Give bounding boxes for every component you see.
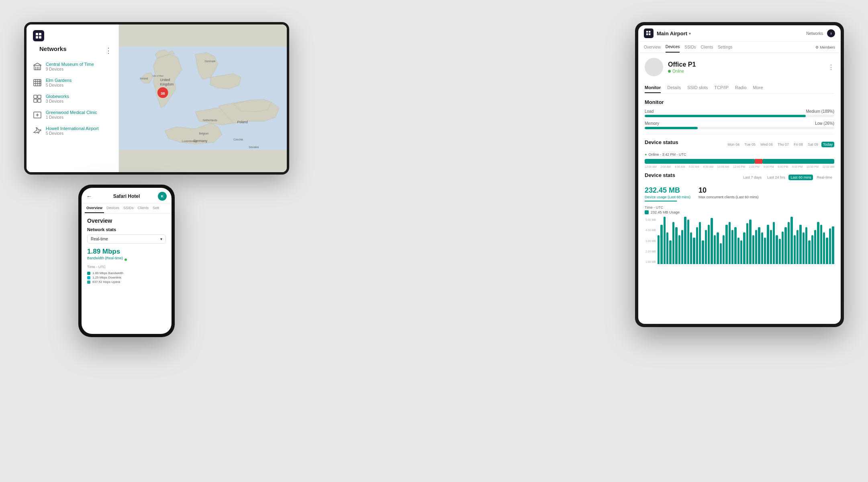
network-item-4[interactable]: Howell International Airport 5 Devices: [27, 123, 118, 139]
stat-usage-label: Device usage (Last 60 mins): [645, 195, 690, 199]
svg-rect-14: [34, 95, 37, 98]
ds-day-1[interactable]: Tue 05: [743, 142, 757, 147]
networks-title: Networks: [33, 45, 73, 55]
phone-tab-settings[interactable]: Sett: [151, 203, 161, 213]
legend-item-0: 1.89 Mbps Bandwidth: [87, 271, 166, 275]
app-logo: [33, 30, 44, 41]
network-item-0[interactable]: Central Museum of Time 9 Devices: [27, 59, 118, 75]
phone-tab-overview[interactable]: Overview: [85, 203, 104, 213]
monitor-memory-row: Memory Low (26%): [645, 121, 834, 129]
svg-text:Ireland: Ireland: [140, 77, 148, 80]
ds-day-0[interactable]: Mon 04: [726, 142, 741, 147]
svg-rect-16: [34, 99, 37, 102]
networks-link[interactable]: Networks: [806, 31, 823, 36]
network-devices-0: 9 Devices: [46, 67, 112, 71]
time-label-5: 10:00 AM: [717, 165, 729, 168]
phone-tab-devices[interactable]: Devices: [105, 203, 121, 213]
sidebar-header: [27, 24, 118, 45]
y-label-2: 3.00 MB: [645, 240, 658, 242]
sidebar-panel: Networks ⋮ Central Museum of Time 9 D: [27, 24, 119, 172]
ds-title: Device status: [645, 139, 678, 145]
time-label-4: 8:00 AM: [703, 165, 713, 168]
rt-nav: Overview Devices SSIDs Clients Settings …: [638, 42, 841, 53]
ds-day-5[interactable]: Sat 09: [806, 142, 820, 147]
rt-title-dropdown-icon[interactable]: ▾: [689, 31, 691, 36]
tab-ssid-slots[interactable]: SSID slots: [687, 83, 708, 93]
network-item-3[interactable]: Greenwood Medical Clinic 1 Devices: [27, 107, 118, 123]
tab-radio[interactable]: Radio: [735, 83, 747, 93]
y-label-1: 4.00 MB: [645, 229, 658, 232]
chart-bar-37: [767, 225, 769, 264]
period-7days[interactable]: Last 7 days: [741, 175, 764, 180]
tab-monitor[interactable]: Monitor: [645, 83, 661, 93]
time-label-3: 6:00 AM: [689, 165, 699, 168]
chart-area: 5.00 MB 4.00 MB 3.00 MB 2.00 MB 1.00 MB: [645, 217, 834, 265]
phone-avatar: K: [158, 192, 167, 201]
chart-bar-56: [823, 232, 825, 264]
network-item-1[interactable]: Elm Gardens 5 Devices: [27, 75, 118, 91]
rt-topbar: Main Airport ▾ Networks I: [638, 25, 841, 42]
network-name-1: Elm Gardens: [46, 78, 112, 83]
chart-bar-38: [770, 230, 772, 264]
svg-rect-3: [39, 36, 41, 39]
phone-tabs: Overview Devices SSIDs Clients Sett: [82, 203, 172, 214]
time-label-11: 10:00 PM: [807, 165, 819, 168]
phone-device: ← Safari Hotel K Overview Devices SSIDs …: [78, 185, 175, 337]
ds-day-today[interactable]: Today: [821, 142, 834, 147]
network-info-0: Central Museum of Time 9 Devices: [46, 62, 112, 71]
phone-title: Safari Hotel: [95, 193, 158, 199]
memory-label: Memory: [645, 121, 659, 126]
period-60mins[interactable]: Last 60 mins: [788, 175, 813, 180]
chart-bar-39: [773, 222, 775, 264]
chart-bar-52: [811, 235, 813, 264]
stats-dropdown[interactable]: Real-time ▾: [87, 234, 166, 244]
phone-tab-clients[interactable]: Clients: [136, 203, 151, 213]
chart-bar-48: [799, 225, 801, 264]
nav-overview[interactable]: Overview: [644, 42, 661, 52]
network-item-2[interactable]: Globeworks 3 Devices: [27, 91, 118, 107]
network-name-4: Howell International Airport: [46, 126, 112, 131]
ds-day-2[interactable]: Wed 06: [759, 142, 774, 147]
monitor-heading: Monitor: [645, 99, 834, 105]
chart-bar-33: [755, 230, 757, 264]
nav-settings[interactable]: Settings: [718, 42, 732, 52]
phone-tab-ssids[interactable]: SSIDs: [122, 203, 135, 213]
members-button[interactable]: ⚙ Members: [815, 45, 835, 49]
nav-devices[interactable]: Devices: [666, 42, 680, 53]
stats-periods: Last 7 days Last 24 hrs Last 60 mins Rea…: [741, 175, 834, 180]
tab-details[interactable]: Details: [667, 83, 681, 93]
chart-section: Time - UTC 232.45 MB Usage 5.00 MB 4.00 …: [645, 205, 834, 265]
nav-clients[interactable]: Clients: [701, 42, 713, 52]
ds-online-segment-2: [762, 159, 834, 164]
network-info-2: Globeworks 3 Devices: [46, 94, 112, 104]
chart-time-label: Time - UTC: [645, 205, 834, 209]
monitor-load-row: Load Medium (189%): [645, 109, 834, 117]
svg-rect-2: [36, 36, 38, 39]
chart-bar-31: [749, 220, 751, 264]
tab-more[interactable]: More: [753, 83, 763, 93]
chart-bar-6: [675, 227, 677, 264]
svg-rect-15: [38, 95, 41, 98]
back-button[interactable]: ←: [86, 193, 92, 199]
tablet-left: Networks ⋮ Central Museum of Time 9 D: [24, 22, 289, 175]
ds-day-3[interactable]: Thu 07: [776, 142, 790, 147]
ds-day-4[interactable]: Fri 08: [792, 142, 805, 147]
period-realtime[interactable]: Real-time: [815, 175, 834, 180]
chevron-down-icon: ▾: [160, 237, 162, 241]
user-avatar-icon[interactable]: I: [827, 29, 835, 37]
chart-bar-36: [764, 238, 766, 264]
period-24hrs[interactable]: Last 24 hrs: [765, 175, 787, 180]
nav-ssids[interactable]: SSIDs: [684, 42, 696, 52]
networks-more-button[interactable]: ⋮: [105, 46, 112, 55]
chart-bar-19: [714, 235, 716, 264]
chart-bar-8: [681, 230, 683, 264]
status-dot: [668, 70, 671, 73]
online-time-label: Online - 3:42 PM - UTC: [648, 153, 686, 157]
stat-usage: 232.45 MB Device usage (Last 60 mins): [645, 186, 690, 201]
stat-separator: [645, 201, 677, 201]
ds-online-info: ● Online - 3:42 PM - UTC: [645, 153, 834, 157]
device-more-button[interactable]: ⋮: [828, 63, 834, 71]
chart-bar-18: [711, 218, 713, 264]
bandwidth-value: 1.89 Mbps: [87, 248, 166, 256]
tab-tcpip[interactable]: TCP/IP: [714, 83, 728, 93]
